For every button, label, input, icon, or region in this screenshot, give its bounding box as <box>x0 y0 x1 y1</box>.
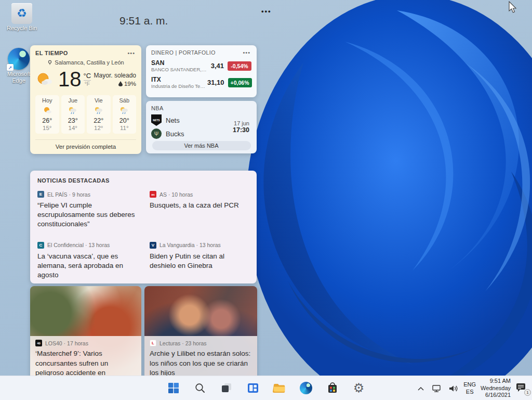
tray-network[interactable] <box>431 383 443 394</box>
stock-row[interactable]: ITX Industria de Diseño Texti... 31,10 +… <box>151 76 251 89</box>
windows-logo-icon <box>167 382 180 394</box>
game-time: 17:30 <box>233 126 249 134</box>
recycle-bin-label: Recycle Bin <box>3 25 41 32</box>
nba-team-row[interactable]: Ψ Bucks <box>151 128 184 139</box>
store-button[interactable] <box>324 379 341 397</box>
search-button[interactable] <box>191 379 209 397</box>
tray-chevron-up[interactable] <box>415 383 427 394</box>
widgets-icon <box>247 382 259 394</box>
sun-cloud-icon <box>35 72 55 87</box>
unit-toggle[interactable]: °C °F <box>84 72 91 87</box>
news-photo-card[interactable]: L Lecturas · 23 horas Archie y Lilibet n… <box>144 286 257 383</box>
settings-button[interactable]: ⚙ <box>350 379 368 397</box>
notification-center-button[interactable]: 1 <box>515 382 529 395</box>
language-indicator[interactable]: ENG ES <box>463 381 476 396</box>
stock-change-badge: -0,54% <box>228 61 251 71</box>
folder-icon <box>273 382 286 394</box>
task-view-button[interactable] <box>218 379 235 397</box>
weather-condition: Mayor. soleado <box>94 72 136 79</box>
taskbar: ⚙ ENG ES 9:51 AM Wednesday 6/16/20 <box>0 376 532 400</box>
droplet-icon <box>118 81 123 86</box>
tray-clock[interactable]: 9:51 AM Wednesday 6/16/2021 <box>481 378 511 398</box>
speaker-icon <box>448 384 458 393</box>
weather-full-forecast-link[interactable]: Ver previsión completa <box>35 139 136 154</box>
lecturas-logo-icon: L <box>150 340 156 346</box>
weather-location: Salamanca, Castilla y León <box>55 59 124 66</box>
edge-button[interactable] <box>297 379 315 397</box>
stocks-title: DINERO | PORTAFOLIO <box>151 49 216 56</box>
precipitation-chance: 19% <box>124 81 136 87</box>
network-icon <box>432 384 442 393</box>
mouse-cursor <box>508 1 517 15</box>
current-temperature: 18 <box>58 68 82 91</box>
el-confidencial-logo-icon: C <box>37 242 44 249</box>
shortcut-arrow-icon: ➚ <box>7 64 14 71</box>
forecast-day[interactable]: Sáb 20° 11° <box>113 95 137 134</box>
widgets-panel-handle[interactable]: ••• <box>261 7 272 15</box>
search-icon <box>194 382 206 394</box>
widgets-button[interactable] <box>244 379 262 397</box>
start-button[interactable] <box>165 379 182 397</box>
nba-widget[interactable]: NBA NETS Nets Ψ Bucks 17 jun 17:30 Ver m… <box>146 101 257 153</box>
task-view-icon <box>220 382 233 394</box>
gear-icon: ⚙ <box>353 382 365 394</box>
weather-menu-button[interactable]: ••• <box>126 50 136 56</box>
news-story[interactable]: C El Confidencial · 13 horas La ‘vacuna … <box>37 242 137 280</box>
weather-title: EL TIEMPO <box>35 50 68 56</box>
forecast-day[interactable]: Jue 23° 14° <box>61 95 85 134</box>
edge-icon <box>300 382 312 394</box>
news-story[interactable]: V La Vanguardia · 13 horas Biden y Putin… <box>150 242 249 280</box>
location-pin-icon <box>47 60 52 65</box>
los40-logo-icon: 40 <box>35 340 42 346</box>
notification-badge: 1 <box>524 389 531 396</box>
el-pais-logo-icon: E <box>37 191 44 198</box>
forecast-day[interactable]: Vie 22° 12° <box>87 95 111 134</box>
news-story[interactable]: as AS · 10 horas Busquets, a la caza del… <box>150 191 249 229</box>
store-icon <box>326 382 339 394</box>
sun-cloud-icon <box>42 107 52 114</box>
recycle-bin-icon: ♻ <box>11 3 32 24</box>
showers-icon <box>119 107 129 114</box>
weather-widget[interactable]: EL TIEMPO ••• Salamanca, Castilla y León… <box>30 45 141 154</box>
bucks-logo-icon: Ψ <box>151 128 162 139</box>
stocks-widget[interactable]: DINERO | PORTAFOLIO ••• SAN BANCO SANTAN… <box>146 45 257 97</box>
stock-change-badge: +0,06% <box>228 78 252 87</box>
nba-title: NBA <box>151 105 164 111</box>
wallpaper-bloom <box>241 0 532 400</box>
file-explorer-button[interactable] <box>271 379 288 397</box>
chevron-up-icon <box>417 386 424 391</box>
news-title: NOTICIAS DESTACADAS <box>37 177 249 184</box>
widgets-clock: 9:51 a. m. <box>119 15 168 27</box>
game-date: 17 jun <box>233 120 249 126</box>
news-widget: NOTICIAS DESTACADAS E EL PAÍS · 9 horas … <box>30 171 257 283</box>
showers-icon <box>94 107 104 114</box>
as-logo-icon: as <box>150 191 156 198</box>
showers-icon <box>68 107 78 114</box>
forecast-day[interactable]: Hoy 26° 15° <box>35 95 59 134</box>
nba-more-button[interactable]: Ver más NBA <box>152 141 251 150</box>
tray-volume[interactable] <box>447 383 459 394</box>
nba-team-row[interactable]: NETS Nets <box>151 114 184 126</box>
stocks-menu-button[interactable]: ••• <box>242 49 251 56</box>
nets-logo-icon: NETS <box>151 114 162 126</box>
desktop-icon-recycle-bin[interactable]: ♻ Recycle Bin <box>3 3 41 32</box>
news-story[interactable]: E EL PAÍS · 9 horas “Felipe VI cumple es… <box>37 191 137 229</box>
news-photo-card[interactable]: 40 LOS40 · 17 horas ‘Masterchef 9’: Vari… <box>30 286 141 383</box>
la-vanguardia-logo-icon: V <box>150 242 156 249</box>
stock-row[interactable]: SAN BANCO SANTANDER, S.A. 3,41 -0,54% <box>151 59 251 72</box>
edge-icon: ➚ <box>8 48 30 70</box>
